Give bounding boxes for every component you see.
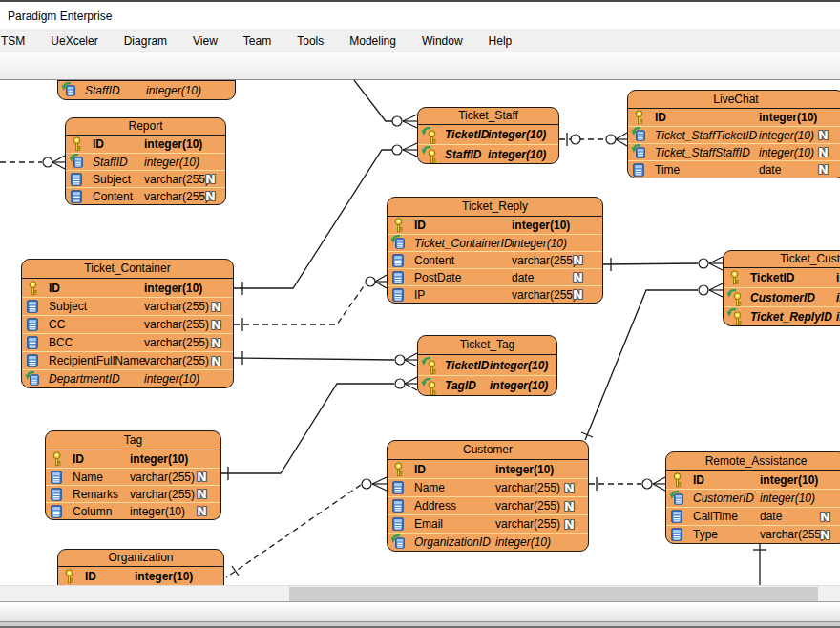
menu-team[interactable]: Team <box>243 34 271 48</box>
table-row-subject[interactable]: Subjectvarchar(255)N <box>22 297 233 315</box>
table-row-id[interactable]: IDinteger(10) <box>388 460 588 478</box>
table-row-recipientfullname[interactable]: RecipientFullNamevarchar(255)N <box>22 351 233 369</box>
table-row-column[interactable]: Columninteger(10)N <box>46 502 220 519</box>
primary-foreign-key-icon <box>423 376 440 395</box>
menu-diagram[interactable]: Diagram <box>124 34 167 48</box>
table-row-subject[interactable]: Subjectvarchar(255)N <box>66 170 225 187</box>
erd-table-ticket_staff[interactable]: Ticket_StaffTicketIDinteger(10)StaffIDin… <box>417 107 559 164</box>
column-type: integer(10) <box>759 129 814 142</box>
nullable-icon: N <box>818 128 829 142</box>
erd-table-unnamed[interactable]: StaffIDinteger(10) <box>57 80 236 100</box>
cardinality-zero-icon <box>362 479 371 489</box>
column-type: integer(10) <box>146 84 201 97</box>
table-row-customerid[interactable]: CustomerIDinteger(10) <box>724 287 840 306</box>
table-row-postdate[interactable]: PostDatedateN <box>388 268 602 285</box>
table-row-remarks[interactable]: Remarksvarchar(255)N <box>46 485 220 502</box>
menu-help[interactable]: Help <box>489 34 513 48</box>
table-row-id[interactable]: IDinteger(10) <box>22 279 233 297</box>
table-row-id[interactable]: IDinteger(10) <box>58 567 223 585</box>
column-name: ID <box>73 452 84 466</box>
erd-table-report[interactable]: ReportIDinteger(10)StaffIDinteger(10)Sub… <box>65 117 226 205</box>
table-row-ticketid[interactable]: TicketIDinteger(10) <box>418 125 558 144</box>
table-row-ticketid[interactable]: TicketIDinteger(10) <box>418 355 556 375</box>
column-type: integer(10) <box>490 379 548 392</box>
nullable-icon: N <box>211 354 221 368</box>
erd-table-remote_assistance[interactable]: Remote_AssistanceIDinteger(10)CustomerID… <box>665 451 840 544</box>
relationship-connector[interactable] <box>226 477 387 577</box>
table-row-ip[interactable]: IPvarchar(255)N <box>388 285 602 303</box>
cardinality-one-icon <box>232 566 239 576</box>
table-row-departmentid[interactable]: DepartmentIDinteger(10) <box>22 369 233 387</box>
menu-window[interactable]: Window <box>422 34 463 48</box>
column-type: varchar(255) <box>495 481 560 494</box>
menu-view[interactable]: View <box>193 34 218 48</box>
crowfoot-icon <box>709 257 723 270</box>
menu-modeling[interactable]: Modeling <box>349 34 396 48</box>
table-row-name[interactable]: Namevarchar(255)N <box>388 478 588 496</box>
erd-table-ticket_reply[interactable]: Ticket_ReplyIDinteger(10)Ticket_Containe… <box>387 197 603 304</box>
menu-tsm[interactable]: TSM <box>1 34 25 48</box>
erd-table-tag[interactable]: TagIDinteger(10)Namevarchar(255)NRemarks… <box>45 430 221 520</box>
table-row-ticketid[interactable]: TicketIDinteger(10) <box>724 268 840 287</box>
table-row-ticket_replyid[interactable]: Ticket_ReplyIDinteger(10) <box>724 306 840 325</box>
erd-table-ticket_container[interactable]: Ticket_ContainerIDinteger(10)Subjectvarc… <box>21 259 234 388</box>
erd-table-ticket_tag[interactable]: Ticket_TagTicketIDinteger(10)TagIDintege… <box>417 335 557 396</box>
cardinality-zero-icon <box>699 285 708 295</box>
nullable-icon: N <box>205 172 216 186</box>
table-row-type[interactable]: Typevarchar(255)N <box>666 525 840 543</box>
nullable-icon: N <box>564 517 575 532</box>
table-title: Report <box>66 118 225 136</box>
relationship-connector[interactable] <box>234 275 387 331</box>
table-row-id[interactable]: IDinteger(10) <box>388 217 602 234</box>
column-name: Remarks <box>73 488 118 501</box>
table-row-ticket_staffticketid[interactable]: Ticket_StaffTicketIDinteger(10)N <box>628 126 840 143</box>
relationship-connector[interactable] <box>559 133 627 146</box>
relationship-connector[interactable] <box>753 542 766 585</box>
column-name: CallTime <box>693 510 738 523</box>
table-row-name[interactable]: Namevarchar(255)N <box>46 468 220 485</box>
erd-table-customer[interactable]: CustomerIDinteger(10)Namevarchar(255)NAd… <box>387 440 589 552</box>
table-row-id[interactable]: IDinteger(10) <box>66 136 225 153</box>
erd-table-ticket_custom[interactable]: Ticket_CustomTicketIDinteger(10)Customer… <box>723 250 840 326</box>
table-row-email[interactable]: Emailvarchar(255)N <box>388 514 588 533</box>
table-row-cc[interactable]: CCvarchar(255)N <box>22 315 233 333</box>
scrollbar-thumb[interactable] <box>289 587 818 601</box>
table-row-tagid[interactable]: TagIDinteger(10) <box>418 375 556 395</box>
table-row-id[interactable]: IDinteger(10) <box>46 450 220 468</box>
relationship-connector[interactable] <box>589 477 665 491</box>
table-row-calltime[interactable]: CallTimedateN <box>666 507 840 525</box>
table-row-staffid[interactable]: StaffIDinteger(10) <box>66 153 225 170</box>
relationship-connector[interactable] <box>354 80 417 128</box>
table-row-bcc[interactable]: BCCvarchar(255)N <box>22 333 233 351</box>
column-type: integer(10) <box>488 148 546 161</box>
table-row-ticket_containerid[interactable]: Ticket_ContainerIDinteger(10) <box>388 234 602 251</box>
horizontal-scrollbar[interactable] <box>0 585 840 601</box>
relationship-connector[interactable] <box>234 351 417 366</box>
table-row-content[interactable]: Contentvarchar(255)N <box>66 187 225 204</box>
menu-uexceler[interactable]: UeXceler <box>51 34 97 48</box>
crowfoot-icon <box>403 143 417 157</box>
table-row-customerid[interactable]: CustomerIDinteger(10) <box>666 489 840 507</box>
table-row-staffid[interactable]: StaffIDinteger(10) <box>58 81 235 99</box>
relationship-connector[interactable] <box>581 283 723 440</box>
table-row-address[interactable]: Addressvarchar(255)N <box>388 496 588 514</box>
column-icon <box>392 515 410 533</box>
table-row-id[interactable]: IDinteger(10) <box>628 109 840 126</box>
menu-tools[interactable]: Tools <box>297 34 324 48</box>
table-row-staffid[interactable]: StaffIDinteger(10) <box>418 144 558 163</box>
diagram-canvas[interactable]: StaffIDinteger(10)ReportIDinteger(10)Sta… <box>0 80 840 585</box>
column-name: PostDate <box>414 271 461 284</box>
erd-table-livechat[interactable]: LiveChatIDinteger(10)Ticket_StaffTicketI… <box>627 90 840 178</box>
table-row-content[interactable]: Contentvarchar(255)N <box>388 251 602 268</box>
status-bar <box>0 601 840 621</box>
crowfoot-icon <box>403 115 417 128</box>
table-row-organizationid[interactable]: OrganizationIDinteger(10) <box>388 533 588 551</box>
table-row-id[interactable]: IDinteger(10) <box>666 471 840 489</box>
table-row-ticket_staffstaffid[interactable]: Ticket_StaffStaffIDinteger(10)N <box>628 143 840 160</box>
erd-table-organization[interactable]: OrganizationIDinteger(10)N <box>57 549 224 585</box>
column-name: ID <box>85 570 96 583</box>
table-row-time[interactable]: TimedateN <box>628 160 840 178</box>
relationship-connector[interactable] <box>0 156 65 169</box>
foreign-key-icon <box>633 144 650 160</box>
relationship-connector[interactable] <box>603 257 723 271</box>
